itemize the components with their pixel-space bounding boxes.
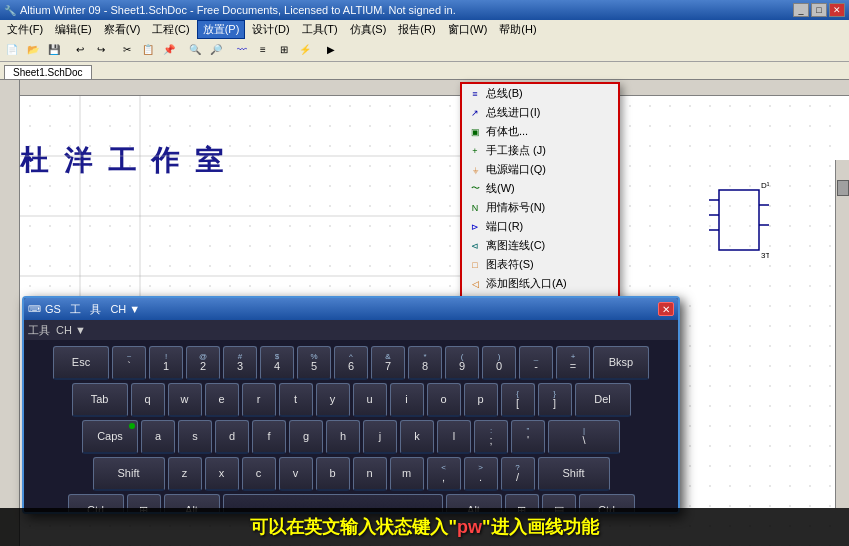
- key-backslash[interactable]: |\: [548, 420, 620, 454]
- menu-report[interactable]: 报告(R): [393, 21, 440, 38]
- dd-item-power[interactable]: ⏚ 电源端口(Q): [462, 160, 618, 179]
- key-5[interactable]: %5: [297, 346, 331, 380]
- app-icon: 🔧: [4, 5, 16, 16]
- key-8[interactable]: *8: [408, 346, 442, 380]
- key-d[interactable]: d: [215, 420, 249, 454]
- key-shift-right[interactable]: Shift: [538, 457, 610, 491]
- key-caps[interactable]: Caps: [82, 420, 138, 454]
- toolbar-power[interactable]: ⚡: [295, 40, 315, 60]
- minimize-button[interactable]: _: [793, 3, 809, 17]
- key-s[interactable]: s: [178, 420, 212, 454]
- key-0[interactable]: )0: [482, 346, 516, 380]
- menu-help[interactable]: 帮助(H): [494, 21, 541, 38]
- toolbar-zoom-out[interactable]: 🔎: [206, 40, 226, 60]
- key-a[interactable]: a: [141, 420, 175, 454]
- toolbar-open[interactable]: 📂: [23, 40, 43, 60]
- tab-sheet1[interactable]: Sheet1.SchDoc: [4, 65, 92, 79]
- dd-item-bus-entry[interactable]: ↗ 总线进口(I): [462, 103, 618, 122]
- toolbar-bus[interactable]: ≡: [253, 40, 273, 60]
- key-semicolon[interactable]: :;: [474, 420, 508, 454]
- key-q[interactable]: q: [131, 383, 165, 417]
- dd-item-bus[interactable]: ≡ 总线(B): [462, 84, 618, 103]
- key-y[interactable]: y: [316, 383, 350, 417]
- menu-project[interactable]: 工程(C): [147, 21, 194, 38]
- toolbar-undo[interactable]: ↩: [70, 40, 90, 60]
- toolbar-save[interactable]: 💾: [44, 40, 64, 60]
- key-j[interactable]: j: [363, 420, 397, 454]
- key-b[interactable]: b: [316, 457, 350, 491]
- toolbar-copy[interactable]: 📋: [138, 40, 158, 60]
- key-z[interactable]: z: [168, 457, 202, 491]
- key-bracket-close[interactable]: }]: [538, 383, 572, 417]
- key-equals[interactable]: +=: [556, 346, 590, 380]
- maximize-button[interactable]: □: [811, 3, 827, 17]
- menu-place[interactable]: 放置(P): [197, 20, 246, 39]
- toolbar-compile[interactable]: ▶: [321, 40, 341, 60]
- key-period[interactable]: >.: [464, 457, 498, 491]
- dd-item-netlabel[interactable]: N 用情标号(N): [462, 198, 618, 217]
- key-k[interactable]: k: [400, 420, 434, 454]
- menu-design[interactable]: 设计(D): [247, 21, 294, 38]
- kb-toolbar-tools[interactable]: 工具: [28, 323, 50, 338]
- key-2[interactable]: @2: [186, 346, 220, 380]
- key-3[interactable]: #3: [223, 346, 257, 380]
- dd-item-sheet-entry[interactable]: ◁ 添加图纸入口(A): [462, 274, 618, 293]
- key-4[interactable]: $4: [260, 346, 294, 380]
- dd-item-off-sheet[interactable]: ⊲ 离图连线(C): [462, 236, 618, 255]
- dd-item-junction[interactable]: + 手工接点 (J): [462, 141, 618, 160]
- key-p[interactable]: p: [464, 383, 498, 417]
- key-r[interactable]: r: [242, 383, 276, 417]
- key-w[interactable]: w: [168, 383, 202, 417]
- vertical-scrollbar[interactable]: [835, 160, 849, 508]
- dd-item-part[interactable]: ▣ 有体也...: [462, 122, 618, 141]
- key-m[interactable]: m: [390, 457, 424, 491]
- key-minus[interactable]: _-: [519, 346, 553, 380]
- key-comma[interactable]: <,: [427, 457, 461, 491]
- kb-close-button[interactable]: ✕: [658, 302, 674, 316]
- key-g[interactable]: g: [289, 420, 323, 454]
- key-x[interactable]: x: [205, 457, 239, 491]
- key-l[interactable]: l: [437, 420, 471, 454]
- key-9[interactable]: (9: [445, 346, 479, 380]
- kb-toolbar-ch[interactable]: CH ▼: [56, 324, 86, 336]
- key-n[interactable]: n: [353, 457, 387, 491]
- key-quote[interactable]: "': [511, 420, 545, 454]
- menu-file[interactable]: 文件(F): [2, 21, 48, 38]
- toolbar-new[interactable]: 📄: [2, 40, 22, 60]
- toolbar-redo[interactable]: ↪: [91, 40, 111, 60]
- key-7[interactable]: &7: [371, 346, 405, 380]
- dd-item-port[interactable]: ⊳ 端口(R): [462, 217, 618, 236]
- key-backspace[interactable]: Bksp: [593, 346, 649, 380]
- key-shift-left[interactable]: Shift: [93, 457, 165, 491]
- menu-simulate[interactable]: 仿真(S): [345, 21, 392, 38]
- key-f[interactable]: f: [252, 420, 286, 454]
- key-del[interactable]: Del: [575, 383, 631, 417]
- menu-window[interactable]: 窗口(W): [443, 21, 493, 38]
- menu-edit[interactable]: 编辑(E): [50, 21, 97, 38]
- key-v[interactable]: v: [279, 457, 313, 491]
- toolbar-component[interactable]: ⊞: [274, 40, 294, 60]
- toolbar-zoom-in[interactable]: 🔍: [185, 40, 205, 60]
- toolbar-wire[interactable]: 〰: [232, 40, 252, 60]
- key-i[interactable]: i: [390, 383, 424, 417]
- key-o[interactable]: o: [427, 383, 461, 417]
- key-t[interactable]: t: [279, 383, 313, 417]
- key-u[interactable]: u: [353, 383, 387, 417]
- dd-item-sheet-sym[interactable]: □ 图表符(S): [462, 255, 618, 274]
- key-backtick[interactable]: ~`: [112, 346, 146, 380]
- menu-view[interactable]: 察看(V): [99, 21, 146, 38]
- key-esc[interactable]: Esc: [53, 346, 109, 380]
- key-1[interactable]: !1: [149, 346, 183, 380]
- key-c[interactable]: c: [242, 457, 276, 491]
- toolbar-cut[interactable]: ✂: [117, 40, 137, 60]
- key-tab[interactable]: Tab: [72, 383, 128, 417]
- dd-item-wire[interactable]: 〜 线(W): [462, 179, 618, 198]
- key-6[interactable]: ^6: [334, 346, 368, 380]
- key-slash[interactable]: ?/: [501, 457, 535, 491]
- close-button[interactable]: ✕: [829, 3, 845, 17]
- key-e[interactable]: e: [205, 383, 239, 417]
- toolbar-paste[interactable]: 📌: [159, 40, 179, 60]
- key-h[interactable]: h: [326, 420, 360, 454]
- menu-tools[interactable]: 工具(T): [297, 21, 343, 38]
- key-bracket-open[interactable]: {[: [501, 383, 535, 417]
